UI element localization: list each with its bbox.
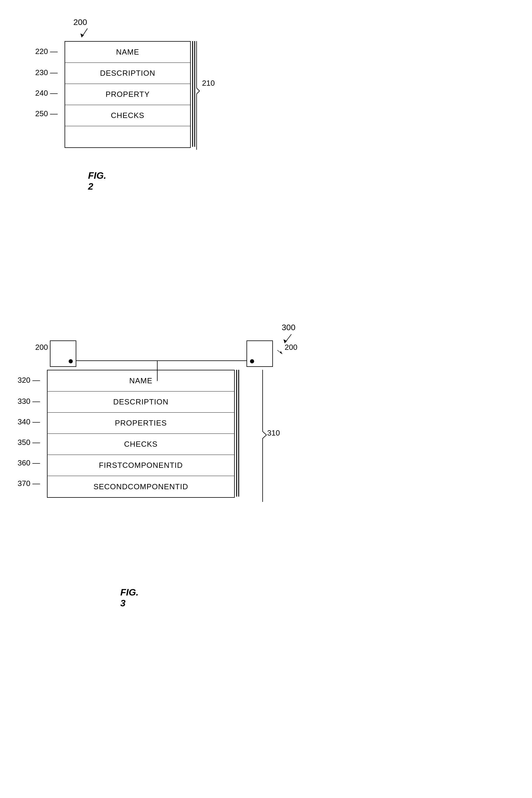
fig2-arrow-icon <box>79 27 93 42</box>
fig3-dot-right <box>250 359 254 363</box>
fig2-row-label-250: 250 — <box>35 109 58 118</box>
fig2-row-property: PROPERTY <box>65 84 190 105</box>
fig3-row-label-330: 330 — <box>18 397 40 406</box>
fig3-table-wrapper: NAME DESCRIPTION PROPERTIES CHECKS FIRST <box>47 370 235 498</box>
fig3-connector-line <box>76 360 246 361</box>
fig2-row-name: NAME <box>65 42 190 63</box>
page-container: 200 220 — 230 — 240 — 250 — NAME <box>0 0 532 798</box>
fig3-row-label-340: 340 — <box>18 417 40 426</box>
fig3-small-box-right <box>246 340 273 367</box>
fig3-row-label-370: 370 — <box>18 479 40 488</box>
fig2-row-description: DESCRIPTION <box>65 63 190 84</box>
fig2-row-empty <box>65 126 190 147</box>
fig3-box-label-right: 200 <box>285 343 297 352</box>
fig3-outer-box: 320 — 330 — 340 — 350 — 360 — 370 — NAME… <box>18 370 282 534</box>
fig3-box-label-left: 200 <box>35 343 48 352</box>
fig3-double-line-1 <box>236 370 237 497</box>
fig3-right-box-arrow <box>276 349 285 355</box>
fig3-diagram: 320 — 330 — 340 — 350 — 360 — 370 — NAME… <box>18 370 282 534</box>
fig3-small-box-left <box>50 340 76 367</box>
fig2-diagram-label: 200 <box>73 18 87 27</box>
fig3-row-label-320: 320 — <box>18 376 40 385</box>
fig3-caption: FIG. 3 <box>120 587 138 609</box>
svg-marker-7 <box>280 351 282 354</box>
fig2-row-label-220: 220 — <box>35 47 58 56</box>
fig2-row-label-230: 230 — <box>35 68 58 77</box>
fig3-row-name: NAME <box>48 370 234 392</box>
fig2-double-line-1 <box>192 41 193 147</box>
fig3-row-label-350: 350 — <box>18 438 40 447</box>
fig3-table: NAME DESCRIPTION PROPERTIES CHECKS FIRST <box>47 370 235 498</box>
fig3-brace-label: 310 <box>267 429 280 438</box>
fig3-diagram-label: 300 <box>282 323 296 332</box>
fig3-row-checks: CHECKS <box>48 434 234 455</box>
fig3-double-line-2 <box>238 370 239 497</box>
fig2-table-border: NAME DESCRIPTION PROPERTY CHECKS <box>64 41 191 148</box>
fig2-brace-label: 210 <box>202 79 215 88</box>
fig2-row-checks: CHECKS <box>65 105 190 126</box>
fig3-row-label-360: 360 — <box>18 458 40 468</box>
fig3-row-properties: PROPERTIES <box>48 413 234 434</box>
fig2-caption: FIG. 2 <box>88 170 106 192</box>
fig3-row-firstcomponentid: FIRSTCOMPONENTID <box>48 455 234 476</box>
fig3-dot-left <box>69 359 73 363</box>
fig2-table: NAME DESCRIPTION PROPERTY CHECKS <box>64 41 191 148</box>
fig2-row-label-240: 240 — <box>35 89 58 98</box>
fig2-outer-box: 220 — 230 — 240 — 250 — NAME DESCRIPTION <box>35 41 217 164</box>
fig2-brace-icon <box>194 41 217 150</box>
fig2-diagram: 220 — 230 — 240 — 250 — NAME DESCRIPTION <box>35 41 217 164</box>
fig3-row-description: DESCRIPTION <box>48 392 234 413</box>
fig3-row-secondcomponentid: SECONDCOMPONENTID <box>48 476 234 497</box>
